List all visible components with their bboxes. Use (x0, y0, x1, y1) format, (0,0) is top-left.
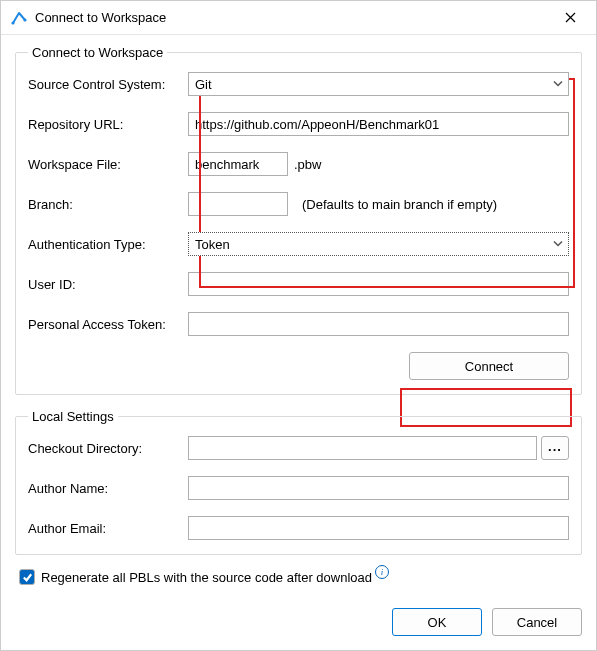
highlight-box-fields (199, 78, 575, 288)
auth-type-select[interactable]: Token (188, 232, 569, 256)
local-settings-legend: Local Settings (28, 409, 118, 424)
local-settings-group: Local Settings Checkout Directory: ... A… (15, 409, 582, 555)
branch-input[interactable] (188, 192, 288, 216)
connect-group: Connect to Workspace Source Control Syst… (15, 45, 582, 395)
source-control-select[interactable]: Git (188, 72, 569, 96)
pat-label: Personal Access Token: (28, 317, 188, 332)
user-id-label: User ID: (28, 277, 188, 292)
author-email-input[interactable] (188, 516, 569, 540)
ok-button[interactable]: OK (392, 608, 482, 636)
regenerate-label: Regenerate all PBLs with the source code… (41, 570, 372, 585)
regenerate-checkbox[interactable] (19, 569, 35, 585)
connect-button[interactable]: Connect (409, 352, 569, 380)
dialog-content: Connect to Workspace Source Control Syst… (1, 35, 596, 596)
source-control-label: Source Control System: (28, 77, 188, 92)
close-button[interactable] (554, 6, 586, 30)
author-name-label: Author Name: (28, 481, 188, 496)
browse-button[interactable]: ... (541, 436, 569, 460)
svg-point-1 (23, 18, 26, 21)
branch-label: Branch: (28, 197, 188, 212)
dialog-buttons: OK Cancel (1, 596, 596, 650)
checkout-dir-label: Checkout Directory: (28, 441, 188, 456)
auth-type-value: Token (195, 237, 230, 252)
svg-point-0 (11, 21, 14, 24)
repo-url-label: Repository URL: (28, 117, 188, 132)
app-icon (11, 10, 27, 26)
checkout-dir-input[interactable] (188, 436, 537, 460)
repo-url-input[interactable] (188, 112, 569, 136)
workspace-file-ext: .pbw (294, 157, 321, 172)
author-name-input[interactable] (188, 476, 569, 500)
source-control-value: Git (195, 77, 212, 92)
cancel-button[interactable]: Cancel (492, 608, 582, 636)
author-email-label: Author Email: (28, 521, 188, 536)
connect-legend: Connect to Workspace (28, 45, 167, 60)
branch-hint: (Defaults to main branch if empty) (302, 197, 497, 212)
dialog-window: Connect to Workspace Connect to Workspac… (0, 0, 597, 651)
auth-type-label: Authentication Type: (28, 237, 188, 252)
dialog-title: Connect to Workspace (35, 10, 554, 25)
workspace-file-label: Workspace File: (28, 157, 188, 172)
info-icon[interactable]: i (375, 565, 389, 579)
workspace-file-input[interactable] (188, 152, 288, 176)
user-id-input[interactable] (188, 272, 569, 296)
pat-input[interactable] (188, 312, 569, 336)
regenerate-row: Regenerate all PBLs with the source code… (19, 569, 578, 585)
titlebar: Connect to Workspace (1, 1, 596, 35)
